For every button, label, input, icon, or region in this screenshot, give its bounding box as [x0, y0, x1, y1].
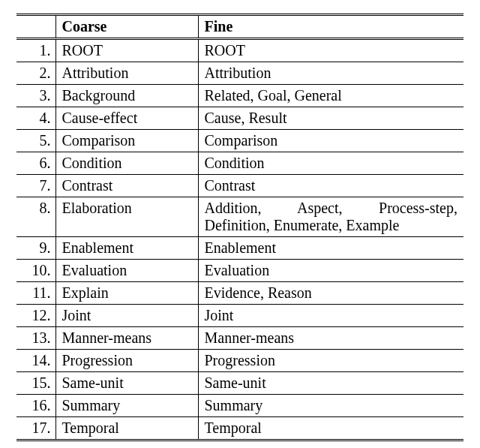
cell-num: 14. — [16, 350, 56, 372]
cell-fine: Enablement — [198, 237, 464, 260]
cell-num: 6. — [16, 152, 56, 175]
cell-num: 7. — [16, 175, 56, 197]
cell-coarse: Comparison — [56, 130, 198, 152]
table-row: 16.SummarySummary — [16, 395, 464, 417]
cell-coarse: Progression — [56, 350, 198, 372]
table-row: 9.EnablementEnablement — [16, 237, 464, 260]
table-row: 2.AttributionAttribution — [16, 62, 464, 85]
cell-num: 11. — [16, 282, 56, 305]
cell-fine: Cause, Result — [198, 107, 464, 130]
cell-fine: Condition — [198, 152, 464, 175]
cell-fine: ROOT — [198, 39, 464, 62]
table-row: 4.Cause-effectCause, Result — [16, 107, 464, 130]
cell-num: 10. — [16, 260, 56, 282]
table-row: 13.Manner-meansManner-means — [16, 327, 464, 350]
cell-num: 15. — [16, 372, 56, 395]
cell-coarse: Joint — [56, 305, 198, 327]
cell-coarse: Condition — [56, 152, 198, 175]
cell-num: 12. — [16, 305, 56, 327]
cell-coarse: Attribution — [56, 62, 198, 85]
cell-fine: Comparison — [198, 130, 464, 152]
cell-fine: Related, Goal, General — [198, 85, 464, 107]
header-fine: Fine — [198, 15, 464, 39]
table-header-row: Coarse Fine — [16, 15, 464, 39]
header-coarse: Coarse — [56, 15, 198, 39]
cell-num: 8. — [16, 197, 56, 237]
cell-fine: Manner-means — [198, 327, 464, 350]
cell-fine: Evaluation — [198, 260, 464, 282]
table-row: 3.BackgroundRelated, Goal, General — [16, 85, 464, 107]
cell-fine: Progression — [198, 350, 464, 372]
cell-num: 3. — [16, 85, 56, 107]
cell-num: 16. — [16, 395, 56, 417]
header-num — [16, 15, 56, 39]
cell-fine: Attribution — [198, 62, 464, 85]
cell-num: 5. — [16, 130, 56, 152]
cell-coarse: Elaboration — [56, 197, 198, 237]
cell-num: 13. — [16, 327, 56, 350]
table-row: 6.ConditionCondition — [16, 152, 464, 175]
table-row: 15.Same-unitSame-unit — [16, 372, 464, 395]
table-row: 17.TemporalTemporal — [16, 417, 464, 440]
cell-coarse: Explain — [56, 282, 198, 305]
cell-coarse: Manner-means — [56, 327, 198, 350]
table-row: 12.JointJoint — [16, 305, 464, 327]
cell-coarse: Contrast — [56, 175, 198, 197]
cell-fine: Contrast — [198, 175, 464, 197]
cell-coarse: Temporal — [56, 417, 198, 440]
table-row: 7.ContrastContrast — [16, 175, 464, 197]
relation-table: Coarse Fine 1.ROOTROOT2.AttributionAttri… — [16, 14, 464, 441]
cell-coarse: Enablement — [56, 237, 198, 260]
cell-num: 1. — [16, 39, 56, 62]
cell-num: 2. — [16, 62, 56, 85]
cell-fine: Summary — [198, 395, 464, 417]
table-row: 8.ElaborationAddition, Aspect, Process-s… — [16, 197, 464, 237]
table-row: 5.ComparisonComparison — [16, 130, 464, 152]
cell-coarse: Cause-effect — [56, 107, 198, 130]
cell-fine: Evidence, Reason — [198, 282, 464, 305]
cell-num: 9. — [16, 237, 56, 260]
cell-fine: Addition, Aspect, Process-step, Definiti… — [198, 197, 464, 237]
table-row: 11.ExplainEvidence, Reason — [16, 282, 464, 305]
cell-fine: Joint — [198, 305, 464, 327]
table-row: 14.ProgressionProgression — [16, 350, 464, 372]
cell-num: 17. — [16, 417, 56, 440]
page: Coarse Fine 1.ROOTROOT2.AttributionAttri… — [0, 0, 480, 448]
table-row: 10.EvaluationEvaluation — [16, 260, 464, 282]
cell-coarse: Summary — [56, 395, 198, 417]
cell-num: 4. — [16, 107, 56, 130]
cell-coarse: Evaluation — [56, 260, 198, 282]
cell-fine: Temporal — [198, 417, 464, 440]
table-body: 1.ROOTROOT2.AttributionAttribution3.Back… — [16, 39, 464, 440]
cell-coarse: ROOT — [56, 39, 198, 62]
cell-coarse: Same-unit — [56, 372, 198, 395]
cell-coarse: Background — [56, 85, 198, 107]
cell-fine: Same-unit — [198, 372, 464, 395]
table-row: 1.ROOTROOT — [16, 39, 464, 62]
